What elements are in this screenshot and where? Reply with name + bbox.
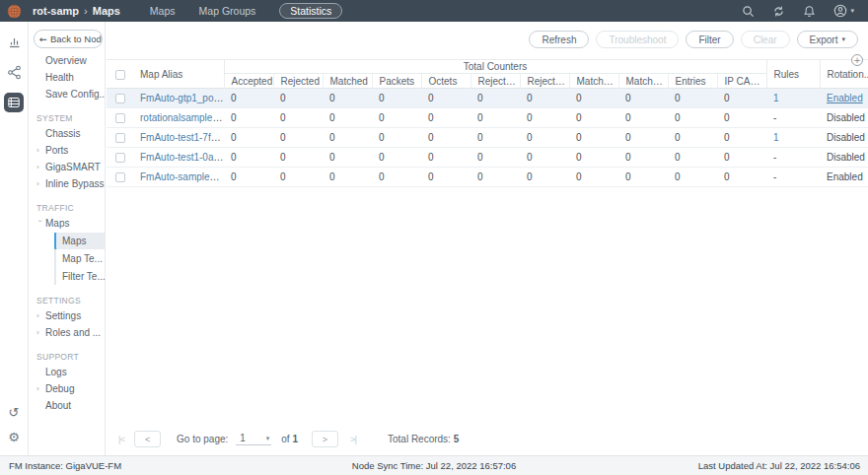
add-column-icon[interactable]: + — [851, 54, 863, 66]
sidebar-item-debug[interactable]: ›Debug — [30, 380, 105, 397]
counter-cell: 0 — [372, 128, 421, 148]
column-header-matched-2[interactable]: Matched — [323, 74, 372, 89]
sync-icon[interactable] — [772, 5, 785, 18]
counter-cell: 0 — [421, 89, 470, 108]
sidebar-subitem-filter-te[interactable]: Filter Te... — [56, 268, 105, 285]
export-button[interactable]: Export▾ — [797, 31, 858, 48]
app-logo[interactable] — [0, 4, 29, 19]
sidebar-item-health[interactable]: Health — [30, 69, 105, 86]
column-header-accepted-0[interactable]: Accepted — [224, 74, 273, 89]
rotation-value: Disabled — [827, 152, 865, 163]
sidebar-item-logs[interactable]: Logs — [30, 364, 105, 380]
rotation-value[interactable]: Enabled — [827, 93, 863, 103]
column-header-entries-9[interactable]: Entries — [668, 74, 717, 89]
topology-icon[interactable] — [4, 62, 24, 82]
refresh-button[interactable]: Refresh — [529, 31, 589, 48]
counter-cell: 0 — [520, 168, 569, 187]
sidebar-subitem-maps[interactable]: Maps — [54, 233, 105, 249]
sidebar-item-roles-and[interactable]: ›Roles and ... — [30, 324, 105, 341]
counter-cell: 0 — [520, 89, 569, 108]
counter-cell: 0 — [323, 108, 372, 128]
sidebar-subitems: MapsMap Te...Filter Te... — [54, 233, 105, 285]
prev-page-button[interactable]: < — [134, 431, 161, 447]
column-header-rejected-1[interactable]: Rejected — [273, 74, 323, 89]
map-alias-link[interactable]: FmAuto-test1-7f2e... — [140, 132, 224, 143]
sidebar-item-inline-bypass[interactable]: ›Inline Bypass — [30, 175, 105, 192]
sidebar-item-save-config[interactable]: Save Config... — [30, 86, 105, 102]
history-icon[interactable]: ↺ — [9, 406, 20, 419]
troubleshoot-button[interactable]: Troubleshoot — [596, 31, 679, 48]
sidebar-subitem-map-te[interactable]: Map Te... — [56, 250, 105, 267]
column-header-rules[interactable]: Rules — [766, 60, 820, 89]
rules-cell: 1 — [766, 128, 820, 148]
rotation-cell: Enabled — [820, 168, 868, 187]
page-select[interactable]: 1 ▾ — [236, 433, 271, 445]
tab-statistics[interactable]: Statistics — [279, 3, 342, 19]
dashboards-icon[interactable] — [4, 32, 24, 51]
tab-map-groups[interactable]: Map Groups — [199, 5, 256, 17]
column-header-rejected-6[interactable]: Rejected... — [520, 74, 569, 89]
row-checkbox[interactable] — [115, 153, 125, 163]
refresh-button-label: Refresh — [542, 34, 576, 45]
sidebar-item-overview[interactable]: Overview — [30, 52, 105, 69]
page-select-caret-icon: ▾ — [266, 435, 270, 442]
sidebar-nav: OverviewHealthSave Config...SYSTEMChassi… — [30, 52, 105, 414]
map-alias-link[interactable]: rotationalsampleena — [140, 112, 224, 123]
first-page-icon[interactable]: |< — [118, 434, 124, 444]
sidebar-item-ports[interactable]: ›Ports — [30, 142, 105, 159]
settings-gear-icon[interactable]: ⚙ — [8, 431, 20, 443]
map-alias-link[interactable]: FmAuto-test1-0ae5... — [140, 152, 224, 163]
column-header-rejected-5[interactable]: Rejected... — [470, 74, 520, 89]
row-checkbox[interactable] — [115, 133, 125, 143]
sidebar-item-maps[interactable]: ›Maps — [30, 215, 105, 232]
row-checkbox[interactable] — [115, 113, 125, 123]
rules-value[interactable]: 1 — [773, 93, 779, 103]
counter-cell: 0 — [323, 89, 372, 108]
export-caret-icon: ▾ — [841, 35, 845, 43]
counter-cell: 0 — [668, 128, 717, 148]
breadcrumb-node[interactable]: rot-samp — [33, 5, 79, 17]
column-header-octets-4[interactable]: Octets — [421, 74, 470, 89]
counter-cell: 0 — [520, 108, 569, 128]
sidebar-item-settings[interactable]: ›Settings — [30, 307, 105, 324]
sidebar-item-gigasmart[interactable]: ›GigaSMART — [30, 159, 105, 175]
counter-cell: 0 — [569, 148, 618, 168]
column-header-matched-8[interactable]: Matched... — [618, 74, 668, 89]
counter-cell: 0 — [470, 168, 520, 187]
rules-value[interactable]: 1 — [773, 132, 779, 143]
column-header-packets-3[interactable]: Packets — [372, 74, 421, 89]
account-icon[interactable]: ▾ — [833, 4, 854, 18]
counter-cell: 0 — [569, 89, 618, 108]
sidebar-item-label: Chassis — [45, 128, 81, 139]
status-bar: FM Instance: GigaVUE-FM Node Sync Time: … — [0, 455, 868, 475]
notifications-icon[interactable] — [803, 5, 816, 18]
column-header-map-alias[interactable]: Map Alias — [133, 60, 224, 89]
back-to-nodes-button[interactable]: ← Back to Nodes — [34, 30, 103, 48]
last-page-icon[interactable]: >| — [350, 434, 356, 444]
counter-cell: 0 — [470, 148, 520, 168]
nodes-icon[interactable] — [4, 93, 24, 112]
search-icon[interactable] — [742, 5, 755, 18]
breadcrumb-section: Maps — [93, 5, 120, 17]
select-all-checkbox[interactable] — [115, 70, 125, 80]
tab-maps[interactable]: Maps — [150, 5, 176, 17]
row-checkbox[interactable] — [115, 94, 125, 103]
counter-cell: 0 — [273, 148, 323, 168]
column-header-matched-7[interactable]: Matched ... — [569, 74, 618, 89]
next-page-button[interactable]: > — [312, 431, 338, 447]
counter-cell: 0 — [372, 148, 421, 168]
counter-cell: 0 — [323, 168, 372, 187]
map-alias-link[interactable]: FmAuto-sampleMap... — [140, 171, 224, 182]
main-content: RefreshTroubleshootFilterClearExport▾ + … — [107, 22, 868, 455]
column-header-ip-can-10[interactable]: IP CAN ... — [717, 74, 766, 89]
counter-cell: 0 — [224, 89, 273, 108]
counter-cell: 0 — [273, 128, 323, 148]
row-checkbox[interactable] — [115, 172, 125, 182]
map-alias-link[interactable]: FmAuto-gtp1_pod2... — [140, 93, 224, 103]
filter-button[interactable]: Filter — [686, 31, 733, 48]
clear-button[interactable]: Clear — [741, 31, 790, 48]
sidebar-item-chassis[interactable]: Chassis — [30, 125, 105, 142]
row-checkbox-cell — [107, 168, 133, 187]
row-checkbox-cell — [107, 89, 133, 108]
sidebar-item-about[interactable]: About — [30, 397, 105, 414]
